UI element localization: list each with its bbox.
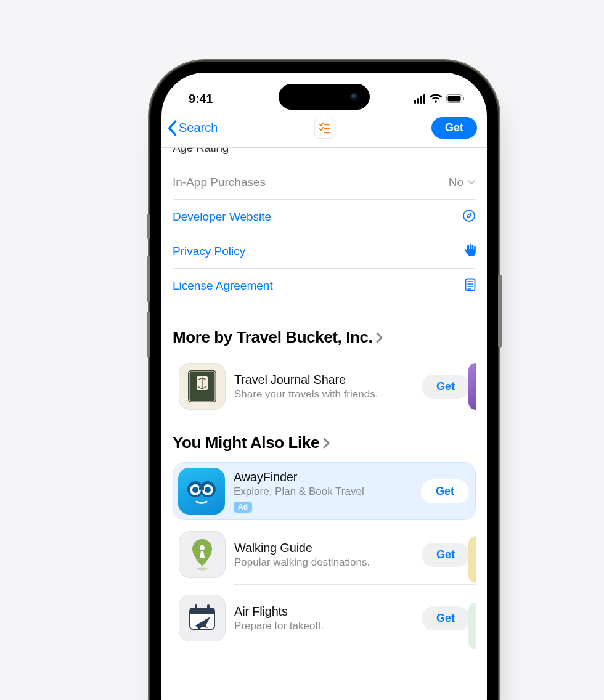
- binoculars-face-icon: [182, 472, 221, 510]
- side-button: [147, 312, 150, 357]
- chevron-right-icon: [376, 332, 383, 343]
- svg-rect-17: [199, 486, 204, 490]
- info-row-privacy[interactable]: Privacy Policy: [173, 234, 476, 269]
- battery-icon: [446, 94, 465, 103]
- map-pin-icon: [190, 538, 214, 571]
- svg-rect-2: [463, 97, 464, 100]
- peek-next-app[interactable]: [468, 363, 476, 410]
- screen: 9:41 Search: [161, 73, 487, 700]
- peek-next-app[interactable]: [468, 536, 476, 583]
- document-icon: [465, 278, 476, 294]
- app-card-awayfinder[interactable]: AwayFinder Explore, Plan & Book Travel A…: [173, 462, 476, 520]
- app-icon: [179, 363, 226, 410]
- svg-point-15: [192, 487, 198, 493]
- back-label: Search: [179, 121, 218, 135]
- app-meta: Walking Guide Popular walking destinatio…: [234, 541, 413, 569]
- svg-rect-23: [207, 604, 210, 611]
- ad-badge: Ad: [234, 502, 252, 513]
- nav-bar: Search Get: [161, 113, 487, 148]
- calendar-plane-icon: [186, 602, 218, 634]
- svg-point-18: [200, 545, 205, 550]
- chevron-down-icon: [467, 179, 476, 185]
- row-label: Age Rating: [173, 148, 229, 155]
- app-meta: AwayFinder Explore, Plan & Book Travel A…: [234, 470, 412, 513]
- side-button: [147, 214, 150, 239]
- svg-rect-21: [190, 608, 214, 614]
- app-icon: [179, 595, 226, 641]
- get-button[interactable]: Get: [422, 543, 470, 567]
- svg-point-19: [197, 568, 208, 571]
- iphone-frame: 9:41 Search: [150, 62, 498, 700]
- svg-point-6: [463, 210, 475, 221]
- get-button[interactable]: Get: [431, 117, 477, 139]
- section-title-label: More by Travel Bucket, Inc.: [173, 328, 372, 347]
- svg-rect-3: [324, 124, 330, 125]
- dynamic-island: [279, 84, 370, 110]
- back-button[interactable]: Search: [166, 120, 218, 136]
- compass-icon: [462, 209, 476, 225]
- info-row-license[interactable]: License Agreement: [173, 269, 476, 303]
- side-button: [498, 275, 502, 348]
- app-name: Travel Journal Share: [234, 373, 413, 387]
- app-name: AwayFinder: [234, 470, 412, 484]
- app-icon: [179, 531, 226, 578]
- info-row-iap[interactable]: In-App Purchases No: [173, 165, 476, 200]
- side-button: [147, 256, 150, 302]
- nav-app-icon[interactable]: [314, 118, 335, 139]
- app-card-travel-journal[interactable]: Travel Journal Share Share your travels …: [173, 357, 476, 416]
- cellular-icon: [414, 94, 426, 104]
- svg-rect-1: [448, 96, 461, 102]
- app-meta: Travel Journal Share Share your travels …: [234, 373, 413, 401]
- wifi-icon: [430, 94, 442, 104]
- hand-icon: [463, 243, 476, 259]
- chevron-left-icon: [166, 120, 178, 136]
- status-icons: [414, 94, 465, 104]
- journal-icon: [187, 369, 218, 404]
- get-button[interactable]: Get: [422, 606, 470, 630]
- app-name: Air Flights: [234, 604, 413, 619]
- row-label: License Agreement: [173, 279, 273, 293]
- app-icon: [178, 468, 225, 515]
- section-title-label: You Might Also Like: [173, 433, 319, 452]
- app-card-walking-guide[interactable]: Walking Guide Popular walking destinatio…: [173, 520, 476, 584]
- row-label: In-App Purchases: [173, 176, 266, 189]
- app-name: Walking Guide: [234, 541, 413, 555]
- app-meta: Air Flights Prepare for takeoff.: [234, 604, 413, 632]
- svg-rect-22: [195, 604, 197, 611]
- get-button[interactable]: Get: [422, 375, 470, 399]
- svg-rect-4: [324, 128, 330, 129]
- info-row-dev-website[interactable]: Developer Website: [173, 200, 476, 234]
- content[interactable]: Age Rating In-App Purchases No Developer…: [161, 148, 487, 700]
- peek-next-app[interactable]: [468, 603, 476, 649]
- checklist-icon: [318, 121, 332, 135]
- app-card-air-flights[interactable]: Air Flights Prepare for takeoff. Get: [173, 585, 476, 648]
- app-subtitle: Explore, Plan & Book Travel: [234, 486, 412, 498]
- row-value: No: [449, 176, 476, 189]
- app-subtitle: Prepare for takeoff.: [234, 620, 413, 632]
- row-label: Developer Website: [173, 210, 271, 224]
- status-time: 9:41: [189, 92, 213, 106]
- chevron-right-icon: [323, 437, 330, 449]
- section-you-might-like[interactable]: You Might Also Like: [173, 433, 476, 452]
- app-subtitle: Share your travels with friends.: [234, 388, 413, 401]
- svg-rect-5: [324, 132, 330, 133]
- info-row-age[interactable]: Age Rating: [173, 148, 476, 165]
- svg-point-16: [205, 487, 211, 493]
- row-label: Privacy Policy: [173, 245, 245, 258]
- get-button[interactable]: Get: [421, 479, 469, 503]
- app-subtitle: Popular walking destinations.: [234, 556, 413, 569]
- section-more-by[interactable]: More by Travel Bucket, Inc.: [173, 328, 476, 347]
